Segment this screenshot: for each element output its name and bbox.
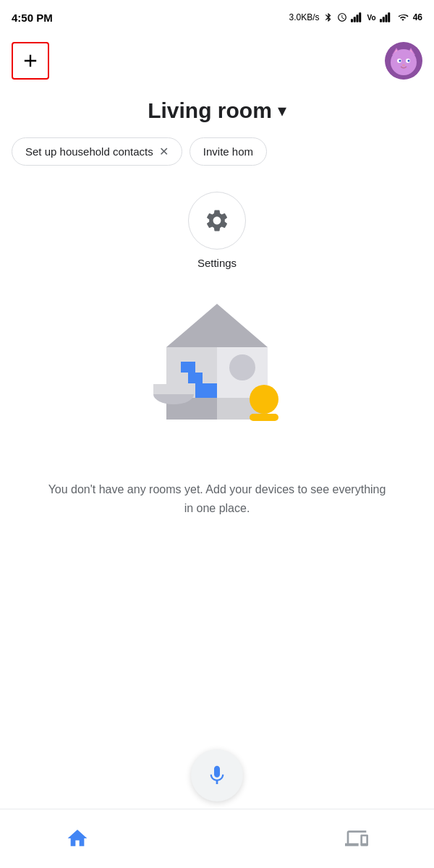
svg-rect-29: [250, 414, 278, 421]
mic-icon: [205, 764, 229, 787]
svg-rect-5: [382, 17, 384, 22]
plus-icon: [20, 51, 41, 71]
illustration-area: [0, 275, 434, 463]
settings-button[interactable]: [188, 192, 246, 250]
location-name: Living room: [148, 98, 272, 123]
avatar[interactable]: [385, 42, 422, 80]
add-button[interactable]: [12, 42, 49, 80]
svg-rect-2: [356, 14, 358, 22]
svg-rect-3: [359, 12, 361, 22]
bottom-area: [0, 738, 434, 868]
signal-icon-1: [351, 12, 364, 22]
title-area: Living room ▾: [0, 87, 434, 129]
svg-rect-0: [351, 19, 353, 22]
svg-rect-24: [188, 373, 203, 383]
devices-icon: [345, 827, 368, 850]
household-chip-close[interactable]: ✕: [159, 146, 169, 158]
signal-icon-2: [380, 12, 393, 22]
invite-chip-label: Invite hom: [203, 145, 253, 158]
bottom-nav: [0, 809, 434, 867]
household-chip[interactable]: Set up household contacts ✕: [12, 137, 182, 166]
chips-row: Set up household contacts ✕ Invite hom: [0, 129, 434, 174]
svg-rect-23: [195, 383, 217, 398]
home-icon: [66, 827, 89, 850]
chevron-down-icon: ▾: [278, 101, 286, 121]
clock-icon: [337, 12, 347, 22]
status-icons: 3.0KB/s Vo 46: [289, 12, 422, 22]
bluetooth-icon: [323, 12, 333, 22]
settings-area: Settings: [0, 174, 434, 275]
avatar-image: [385, 42, 422, 80]
household-chip-label: Set up household contacts: [25, 145, 153, 158]
house-illustration: [101, 289, 333, 463]
status-bar: 4:50 PM 3.0KB/s Vo 46: [0, 0, 434, 35]
svg-point-13: [391, 49, 417, 75]
svg-marker-19: [166, 304, 268, 347]
svg-point-22: [229, 354, 255, 380]
battery-icon: 46: [413, 12, 422, 22]
svg-rect-31: [153, 384, 194, 394]
gear-icon: [204, 208, 230, 234]
svg-rect-7: [388, 12, 390, 22]
empty-state-message: You don't have any rooms yet. Add your d…: [48, 483, 386, 514]
svg-rect-25: [181, 362, 195, 373]
svg-point-16: [399, 60, 401, 62]
network-speed: 3.0KB/s: [289, 12, 320, 22]
mic-button[interactable]: [191, 749, 243, 801]
settings-label: Settings: [197, 257, 237, 269]
invite-chip[interactable]: Invite hom: [190, 137, 267, 166]
svg-rect-1: [353, 17, 355, 22]
svg-point-17: [408, 60, 410, 62]
svg-point-18: [402, 64, 405, 67]
svg-point-28: [250, 385, 278, 414]
wifi-icon: [396, 12, 409, 22]
nav-home[interactable]: [37, 821, 118, 856]
location-title[interactable]: Living room ▾: [148, 98, 286, 123]
svg-rect-6: [385, 14, 387, 22]
empty-state-text: You don't have any rooms yet. Add your d…: [0, 463, 434, 535]
status-time: 4:50 PM: [12, 12, 53, 24]
vo-lte: Vo: [367, 14, 376, 22]
app-bar: [0, 35, 434, 87]
svg-rect-4: [380, 19, 382, 22]
nav-devices[interactable]: [316, 821, 397, 856]
